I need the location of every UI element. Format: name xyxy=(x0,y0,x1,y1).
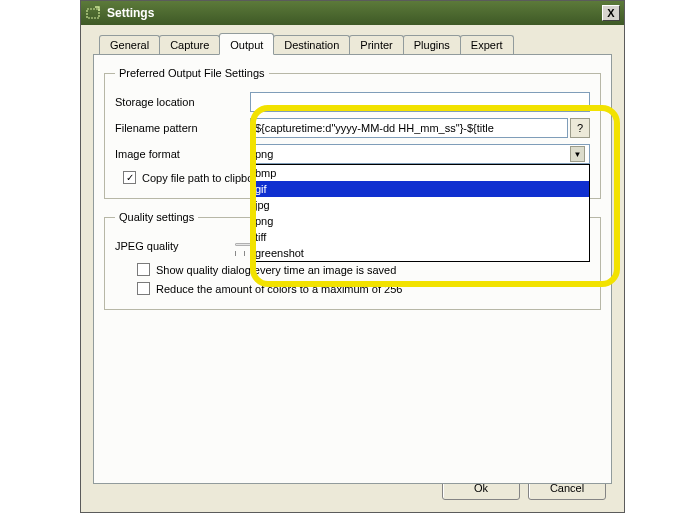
format-option-greenshot[interactable]: greenshot xyxy=(251,245,589,261)
tab-expert[interactable]: Expert xyxy=(460,35,514,54)
tab-plugins[interactable]: Plugins xyxy=(403,35,461,54)
window-content: General Capture Output Destination Print… xyxy=(81,25,624,494)
tab-panel-output: Preferred Output File Settings Storage l… xyxy=(93,54,612,484)
reduce-colors-checkbox[interactable] xyxy=(137,282,150,295)
format-option-jpg[interactable]: jpg xyxy=(251,197,589,213)
svg-rect-0 xyxy=(87,9,99,18)
image-format-label: Image format xyxy=(115,148,250,160)
settings-window: Settings X General Capture Output Destin… xyxy=(80,0,625,513)
image-format-select[interactable]: png ▼ bmp gif jpg png tiff greenshot xyxy=(250,144,590,164)
image-format-value: png xyxy=(255,148,273,160)
fieldset-output-legend: Preferred Output File Settings xyxy=(115,67,269,79)
tab-capture[interactable]: Capture xyxy=(159,35,220,54)
app-icon xyxy=(85,5,101,21)
clipboard-checkbox[interactable]: ✓ xyxy=(123,171,136,184)
fieldset-output-settings: Preferred Output File Settings Storage l… xyxy=(104,67,601,199)
filename-pattern-label: Filename pattern xyxy=(115,122,250,134)
close-button[interactable]: X xyxy=(602,5,620,21)
chevron-down-icon[interactable]: ▼ xyxy=(570,146,585,162)
tab-destination[interactable]: Destination xyxy=(273,35,350,54)
format-option-bmp[interactable]: bmp xyxy=(251,165,589,181)
storage-location-label: Storage location xyxy=(115,96,250,108)
show-dialog-label: Show quality dialog every time an image … xyxy=(156,264,396,276)
filename-pattern-input[interactable] xyxy=(250,118,568,138)
tab-strip: General Capture Output Destination Print… xyxy=(99,33,612,54)
image-format-dropdown: bmp gif jpg png tiff greenshot xyxy=(250,164,590,262)
tab-general[interactable]: General xyxy=(99,35,160,54)
show-dialog-checkbox[interactable] xyxy=(137,263,150,276)
tab-printer[interactable]: Printer xyxy=(349,35,403,54)
fieldset-quality-legend: Quality settings xyxy=(115,211,198,223)
filename-help-button[interactable]: ? xyxy=(570,118,590,138)
jpeg-quality-label: JPEG quality xyxy=(115,240,235,252)
window-title: Settings xyxy=(107,6,154,20)
format-option-gif[interactable]: gif xyxy=(251,181,589,197)
tab-output[interactable]: Output xyxy=(219,33,274,55)
storage-location-input[interactable] xyxy=(250,92,590,112)
titlebar: Settings X xyxy=(81,1,624,25)
reduce-colors-label: Reduce the amount of colors to a maximum… xyxy=(156,283,402,295)
format-option-png[interactable]: png xyxy=(251,213,589,229)
format-option-tiff[interactable]: tiff xyxy=(251,229,589,245)
